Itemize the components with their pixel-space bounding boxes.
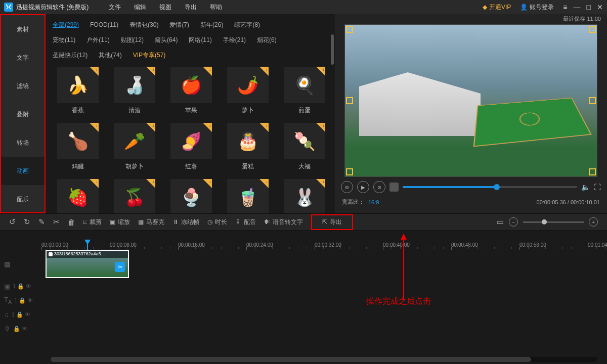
category-tag[interactable]: 户外(11) <box>86 34 109 46</box>
minimize-button[interactable]: — <box>574 3 581 11</box>
close-button[interactable]: ✕ <box>597 3 603 11</box>
crop-handle[interactable] <box>589 168 596 175</box>
preview-viewport[interactable] <box>344 24 597 177</box>
category-tag[interactable]: 爱情(7) <box>169 19 189 30</box>
zoom-out-button[interactable]: − <box>509 217 518 226</box>
category-tag[interactable]: 烟花(6) <box>257 34 277 46</box>
category-tag[interactable]: 表情包(30) <box>129 19 158 30</box>
stop-button[interactable] <box>389 183 399 192</box>
asset-item[interactable]: 🥕↓胡萝卜 <box>109 123 160 171</box>
sidebar-item-text[interactable]: 文字 <box>1 43 45 72</box>
aspect-value[interactable]: 16:9 <box>368 199 379 205</box>
sidebar-item-transition[interactable]: 转场 <box>1 128 45 157</box>
timeline-scrollbar[interactable] <box>51 357 597 362</box>
crop-handle[interactable] <box>346 97 353 104</box>
asset-item[interactable]: 🍗↓鸡腿 <box>53 123 103 171</box>
menu-file[interactable]: 文件 <box>109 3 121 12</box>
time-ruler[interactable]: 00:00:00.0000:00:08.0000:00:16.0000:00:2… <box>0 231 607 249</box>
hamburger-icon[interactable]: ≡ <box>563 3 567 11</box>
sidebar-item-material[interactable]: 素材 <box>1 15 45 43</box>
main-menu: 文件 编辑 视图 导出 帮助 <box>109 3 222 12</box>
asset-label: 蛋糕 <box>223 162 273 171</box>
category-tag[interactable]: FOOD(11) <box>90 19 118 30</box>
asset-panel: 全部(299)FOOD(11)表情包(30)爱情(7)新年(26)综艺字(8) … <box>46 14 335 213</box>
zoom-tool[interactable]: ▣缩放 <box>110 218 130 226</box>
stt-tool[interactable]: 🗣语音转文字 <box>264 218 303 226</box>
asset-item[interactable]: 🌶️↓萝卜 <box>223 67 273 115</box>
asset-thumb: 🍨↓ <box>170 179 212 213</box>
category-tag[interactable]: 新年(26) <box>200 19 223 30</box>
sidebar-item-filter[interactable]: 滤镜 <box>1 72 45 100</box>
text-track[interactable]: TA1 🔒 👁 <box>4 293 607 307</box>
edit-icon[interactable]: ✎ <box>38 217 45 226</box>
cut-icon[interactable]: ✂ <box>53 217 60 226</box>
asset-item[interactable]: 🍨↓冰淇淋 <box>166 179 216 213</box>
vip-button[interactable]: ◆ 开通VIP <box>483 3 511 12</box>
asset-item[interactable]: 🍌↓香蕉 <box>53 67 103 115</box>
next-frame-button[interactable]: ⦻ <box>373 181 385 193</box>
playback-slider[interactable] <box>403 186 577 188</box>
asset-thumb: 🍡↓ <box>284 123 325 159</box>
export-button[interactable]: ⇱导出 <box>311 214 353 230</box>
undo-button[interactable]: ↺ <box>9 217 16 226</box>
category-tag[interactable]: 其他(74) <box>99 50 121 61</box>
download-icon: ↓ <box>322 67 324 72</box>
asset-item[interactable]: 🍳↓煎蛋 <box>279 67 330 115</box>
voice-track[interactable]: 🎙 🔒 👁 <box>4 322 607 336</box>
volume-icon[interactable]: 🔈 <box>581 183 590 191</box>
menu-export[interactable]: 导出 <box>185 3 197 12</box>
category-tag[interactable]: 网络(11) <box>189 34 211 46</box>
play-button[interactable]: ▶ <box>357 181 369 193</box>
sidebar-item-music[interactable]: 配乐 <box>1 185 45 213</box>
asset-item[interactable]: 🍓↓草莓 <box>53 179 103 213</box>
category-tag[interactable]: 宠物(11) <box>53 34 75 46</box>
crop-handle[interactable] <box>346 26 353 33</box>
video-track[interactable]: ▦ 303f18662533762a4a5… ✂ <box>4 249 607 279</box>
overlay-track[interactable]: ▣1 🔒 👁 <box>4 279 607 293</box>
crop-handle[interactable] <box>346 168 353 175</box>
asset-item[interactable]: 🍒↓樱桃 <box>109 179 160 213</box>
asset-item[interactable]: 🐰↓兔子 <box>279 179 330 213</box>
category-tag[interactable]: 贴图(12) <box>121 34 144 46</box>
redo-button[interactable]: ↻ <box>24 217 30 226</box>
scrollbar-thumb[interactable] <box>331 34 334 65</box>
category-tag[interactable]: 圣诞快乐(12) <box>53 50 88 61</box>
asset-item[interactable]: 🍶↓清酒 <box>109 67 160 115</box>
category-tag[interactable]: 箭头(64) <box>155 34 178 46</box>
freeze-tool[interactable]: ⏸冻结帧 <box>172 218 199 226</box>
menu-help[interactable]: 帮助 <box>210 3 222 12</box>
menu-edit[interactable]: 编辑 <box>134 3 146 12</box>
sidebar-item-overlay[interactable]: 叠附 <box>1 100 45 128</box>
category-tag[interactable]: 全部(299) <box>53 19 79 30</box>
asset-thumb: 🐰↓ <box>284 179 325 213</box>
asset-item[interactable]: 🍠↓红薯 <box>166 123 216 171</box>
asset-item[interactable]: 🧋↓奶茶 <box>223 179 273 213</box>
mosaic-tool[interactable]: ▦马赛克 <box>138 218 164 226</box>
delete-icon[interactable]: 🗑 <box>68 218 75 226</box>
app-title: 迅捷视频剪辑软件 (免费版) <box>16 3 89 12</box>
download-icon: ↓ <box>96 123 98 128</box>
zoom-slider[interactable] <box>523 221 584 223</box>
asset-item[interactable]: 🍡↓大福 <box>279 123 330 171</box>
crop-handle[interactable] <box>589 26 596 33</box>
sidebar-item-animation[interactable]: 动画 <box>1 157 45 185</box>
audio-track[interactable]: ♫1 🔒 👁 <box>4 307 607 322</box>
fullscreen-icon[interactable]: ⛶ <box>594 183 601 191</box>
prev-frame-button[interactable]: ⦻ <box>341 181 353 193</box>
category-tag[interactable]: 手绘(21) <box>223 34 246 46</box>
dub-tool[interactable]: 🎙配音 <box>235 218 256 226</box>
category-tag[interactable]: VIP专享(57) <box>133 50 166 61</box>
maximize-button[interactable]: □ <box>587 3 591 11</box>
asset-item[interactable]: 🍎↓苹果 <box>166 67 216 115</box>
duration-tool[interactable]: ◷时长 <box>207 218 227 226</box>
menu-view[interactable]: 视图 <box>159 3 171 12</box>
fit-icon[interactable]: ▭ <box>497 217 504 226</box>
zoom-in-button[interactable]: + <box>589 217 598 226</box>
login-button[interactable]: 👤 账号登录 <box>520 3 554 12</box>
asset-item[interactable]: 🎂↓蛋糕 <box>223 123 273 171</box>
video-clip[interactable]: 303f18662533762a4a5… ✂ <box>46 250 129 278</box>
asset-label: 大福 <box>279 162 330 171</box>
category-tag[interactable]: 综艺字(8) <box>234 19 260 30</box>
crop-tool[interactable]: ⟀裁剪 <box>83 218 102 226</box>
crop-handle[interactable] <box>589 97 596 104</box>
